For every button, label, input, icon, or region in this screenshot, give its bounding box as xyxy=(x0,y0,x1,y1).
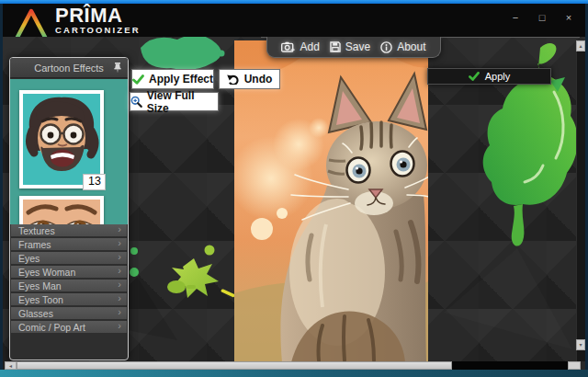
sidebar-item-comic-pop-art[interactable]: Comic / Pop Art› xyxy=(11,321,127,333)
horizontal-scrollbar-track[interactable] xyxy=(452,361,569,370)
workspace: Add Save About xyxy=(3,37,585,370)
about-label: About xyxy=(397,40,425,53)
sidebar-header[interactable]: Cartoon Effects xyxy=(10,58,128,78)
effect-thumbnail-eyes[interactable] xyxy=(19,196,104,224)
window-controls: − □ × xyxy=(510,9,574,26)
chevron-right-icon: › xyxy=(118,251,121,262)
window-border-bottom xyxy=(0,370,588,377)
apply-button[interactable]: Apply xyxy=(427,68,551,85)
undo-button[interactable]: Undo xyxy=(219,69,280,89)
about-button[interactable]: About xyxy=(380,40,425,53)
apply-label: Apply xyxy=(485,71,511,82)
undo-label: Undo xyxy=(244,73,273,86)
item-label: Comic / Pop Art xyxy=(18,322,85,333)
item-label: Glasses xyxy=(18,308,53,319)
effect-thumbnails: 13 xyxy=(10,79,128,224)
info-circle-icon xyxy=(380,41,392,53)
sidebar-item-eyes-man[interactable]: Eyes Man› xyxy=(11,280,127,291)
floppy-disk-icon xyxy=(330,41,341,52)
brand-subtitle: CARTOONIZER xyxy=(55,25,141,35)
app-window: PRÎMA CARTOONIZER − □ × xyxy=(0,0,588,377)
chevron-right-icon: › xyxy=(118,279,121,290)
cartoon-man-thumbnail xyxy=(23,94,100,185)
chevron-right-icon: › xyxy=(118,306,121,317)
view-full-size-label: View Full Size xyxy=(147,89,218,115)
sidebar-item-frames[interactable]: Frames› xyxy=(11,238,127,250)
scrollbar-corner xyxy=(568,361,581,370)
brand-name: PRÎMA xyxy=(55,6,141,26)
sidebar-item-glasses[interactable]: Glasses› xyxy=(11,307,127,319)
eyes-thumbnail xyxy=(23,200,100,224)
camera-plus-icon xyxy=(281,41,295,52)
pushpin-icon[interactable] xyxy=(113,62,122,74)
effect-categories-list: Textures› Frames› Eyes› Eyes Woman› Eyes… xyxy=(11,224,127,335)
close-button[interactable]: × xyxy=(563,9,574,26)
chevron-right-icon: › xyxy=(118,320,121,331)
scroll-down-button[interactable]: ▾ xyxy=(576,339,585,350)
scroll-up-button[interactable]: ▴ xyxy=(576,40,585,51)
green-check-icon xyxy=(469,72,480,81)
save-label: Save xyxy=(345,40,370,53)
horizontal-scrollbar[interactable]: ◂ ▸ xyxy=(5,361,581,370)
apply-effect-button[interactable]: Apply Effect xyxy=(131,69,214,89)
maximize-button[interactable]: □ xyxy=(537,9,548,26)
item-label: Eyes Man xyxy=(18,280,62,291)
titlebar: PRÎMA CARTOONIZER − □ × xyxy=(3,4,585,37)
add-label: Add xyxy=(300,40,319,53)
add-button[interactable]: Add xyxy=(281,40,319,53)
sidebar-item-eyes[interactable]: Eyes› xyxy=(11,252,127,264)
vertical-scrollbar[interactable]: ▴ ▾ xyxy=(576,40,585,361)
effect-number-badge: 13 xyxy=(83,174,106,190)
chevron-right-icon: › xyxy=(118,237,121,248)
zoom-in-magnifier-icon xyxy=(130,96,142,108)
apply-effect-label: Apply Effect xyxy=(149,73,213,86)
sidebar-item-textures[interactable]: Textures› xyxy=(11,224,127,236)
sidebar-title: Cartoon Effects xyxy=(34,63,104,74)
effects-sidebar: Cartoon Effects xyxy=(9,57,129,360)
minimize-button[interactable]: − xyxy=(510,9,521,26)
item-label: Textures xyxy=(18,225,55,236)
sidebar-item-eyes-toon[interactable]: Eyes Toon› xyxy=(11,293,127,305)
scroll-left-button[interactable]: ◂ xyxy=(5,361,17,370)
chevron-right-icon: › xyxy=(118,292,121,303)
item-label: Frames xyxy=(18,239,51,250)
save-button[interactable]: Save xyxy=(330,40,370,53)
green-check-icon xyxy=(132,74,144,85)
horizontal-scrollbar-thumb[interactable] xyxy=(17,361,452,370)
sidebar-item-eyes-woman[interactable]: Eyes Woman› xyxy=(11,266,127,278)
chevron-right-icon: › xyxy=(118,223,121,234)
item-label: Eyes Woman xyxy=(18,267,75,278)
item-label: Eyes Toon xyxy=(18,294,63,305)
main-toolbar: Add Save About xyxy=(266,37,441,58)
view-full-size-button[interactable]: View Full Size xyxy=(130,92,219,111)
item-label: Eyes xyxy=(18,253,40,264)
undo-arrow-icon xyxy=(227,74,240,85)
effect-thumbnail-selected[interactable]: 13 xyxy=(19,90,104,188)
chevron-right-icon: › xyxy=(118,265,121,276)
